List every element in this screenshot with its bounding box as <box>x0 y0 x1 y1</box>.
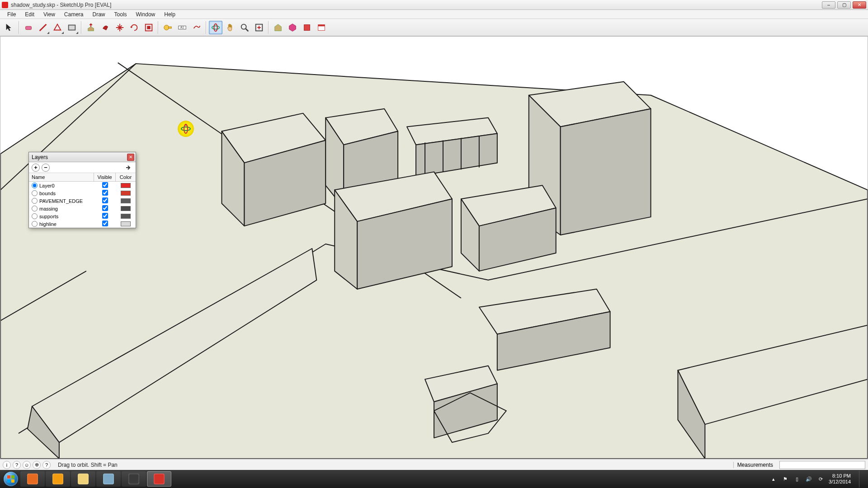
menu-file[interactable]: File <box>3 10 20 19</box>
menu-draw[interactable]: Draw <box>88 10 110 19</box>
dimension-tool[interactable]: A1 <box>175 21 189 34</box>
layer-active-radio[interactable] <box>32 198 38 204</box>
status-icon-user[interactable]: ☺ <box>23 461 31 469</box>
layer-visible-checkbox[interactable] <box>102 182 108 188</box>
svg-rect-45 <box>11 475 14 479</box>
layer-active-radio[interactable] <box>32 183 38 188</box>
add-layer-button[interactable]: + <box>32 164 40 172</box>
minimize-button[interactable]: – <box>822 1 835 9</box>
remove-layer-button[interactable]: − <box>42 164 50 172</box>
layer-visible-checkbox[interactable] <box>102 197 108 203</box>
tray-chevron-icon[interactable]: ▴ <box>770 475 777 483</box>
start-button[interactable] <box>2 470 20 488</box>
layers-panel-menu-button[interactable] <box>125 164 133 172</box>
pushpull-tool[interactable] <box>84 21 98 34</box>
layer-color-swatch[interactable] <box>121 183 131 188</box>
menu-edit[interactable]: Edit <box>20 10 39 19</box>
warehouse-tool[interactable] <box>271 21 285 34</box>
svg-rect-5 <box>169 27 171 28</box>
tray-flag-icon[interactable]: ⚑ <box>782 475 789 483</box>
taskbar-item-firefox[interactable] <box>20 471 45 487</box>
layer-visible-checkbox[interactable] <box>102 221 108 226</box>
rectangle-tool[interactable] <box>65 21 79 34</box>
status-icon-about[interactable]: ? <box>42 461 51 469</box>
layers-panel[interactable]: Layers ✕ + − Name Visible Color Layer0bo… <box>28 152 136 228</box>
taskbar-item-app[interactable] <box>122 471 146 487</box>
svg-rect-44 <box>7 475 10 479</box>
layer-row[interactable]: PAVEMENT_EDGE <box>29 197 136 205</box>
layer-active-radio[interactable] <box>32 221 38 227</box>
viewport[interactable]: Layers ✕ + − Name Visible Color Layer0bo… <box>0 36 868 459</box>
eraser-tool[interactable] <box>22 21 35 34</box>
layer-name: massing <box>39 206 58 211</box>
line-tool[interactable] <box>36 21 50 34</box>
taskbar-item-file[interactable] <box>96 471 121 487</box>
svg-rect-0 <box>26 26 32 29</box>
maximize-button[interactable]: ▢ <box>837 1 851 9</box>
taskbar-item-illustrator[interactable] <box>46 471 70 487</box>
layer-active-radio[interactable] <box>32 190 38 196</box>
close-button[interactable]: ✕ <box>853 1 866 9</box>
text-tool[interactable] <box>190 21 203 34</box>
component-tool[interactable] <box>286 21 299 34</box>
shape-tool[interactable] <box>51 21 64 34</box>
tray-sync-icon[interactable]: ⟳ <box>817 475 824 483</box>
scale-tool[interactable] <box>142 21 156 34</box>
svg-marker-29 <box>561 109 651 235</box>
rotate-tool[interactable] <box>127 21 141 34</box>
layer-color-swatch[interactable] <box>121 221 131 226</box>
show-desktop-button[interactable] <box>859 470 863 488</box>
layer-active-radio[interactable] <box>32 206 38 211</box>
clock-time: 8:10 PM <box>829 473 851 479</box>
orbit-tool[interactable] <box>209 21 222 34</box>
taskbar-clock[interactable]: 8:10 PM 3/12/2014 <box>829 473 851 485</box>
zoom-extents-tool[interactable] <box>252 21 266 34</box>
layers-panel-close-button[interactable]: ✕ <box>127 154 134 161</box>
paint-tool[interactable] <box>99 21 112 34</box>
status-icon-help[interactable]: ? <box>13 461 21 469</box>
status-icon-info[interactable]: i <box>3 461 11 469</box>
title-bar: shadow_study.skp - SketchUp Pro [EVAL] –… <box>0 0 868 10</box>
layer-row[interactable]: highline <box>29 220 136 228</box>
extension-tool[interactable] <box>300 21 314 34</box>
pan-tool[interactable] <box>223 21 237 34</box>
column-name[interactable]: Name <box>29 173 94 181</box>
menu-tools[interactable]: Tools <box>110 10 132 19</box>
measurements-input[interactable] <box>779 461 865 469</box>
layer-color-swatch[interactable] <box>121 198 131 203</box>
tray-network-icon[interactable]: ▯ <box>793 475 801 483</box>
select-tool[interactable] <box>3 21 16 34</box>
taskbar: ▴ ⚑ ▯ 🔊 ⟳ 8:10 PM 3/12/2014 <box>0 470 868 488</box>
layer-active-radio[interactable] <box>32 213 38 219</box>
menu-help[interactable]: Help <box>160 10 180 19</box>
status-icon-geo[interactable]: ⊕ <box>33 461 41 469</box>
menu-camera[interactable]: Camera <box>60 10 88 19</box>
layers-panel-title-bar[interactable]: Layers ✕ <box>29 152 136 162</box>
column-visible[interactable]: Visible <box>94 173 116 181</box>
layer-color-swatch[interactable] <box>121 206 131 211</box>
layer-row[interactable]: bounds <box>29 189 136 197</box>
taskbar-item-sketchup[interactable] <box>147 471 171 487</box>
menu-view[interactable]: View <box>39 10 60 19</box>
layer-visible-checkbox[interactable] <box>102 205 108 211</box>
layout-tool[interactable] <box>315 21 328 34</box>
layer-row[interactable]: Layer0 <box>29 182 136 189</box>
tape-tool[interactable] <box>161 21 175 34</box>
layers-list: Layer0boundsPAVEMENT_EDGEmassingsupports… <box>29 182 136 228</box>
svg-rect-14 <box>318 24 325 26</box>
svg-rect-46 <box>7 479 10 483</box>
tray-volume-icon[interactable]: 🔊 <box>805 475 812 483</box>
menu-window[interactable]: Window <box>132 10 160 19</box>
layer-color-swatch[interactable] <box>121 214 131 219</box>
layer-visible-checkbox[interactable] <box>102 190 108 196</box>
layer-row[interactable]: massing <box>29 205 136 212</box>
layer-name: highline <box>39 221 57 227</box>
zoom-tool[interactable] <box>238 21 251 34</box>
column-color[interactable]: Color <box>116 173 136 181</box>
layer-color-swatch[interactable] <box>121 191 131 196</box>
layer-visible-checkbox[interactable] <box>102 213 108 219</box>
layer-row[interactable]: supports <box>29 212 136 220</box>
svg-text:A1: A1 <box>180 25 184 28</box>
move-tool[interactable] <box>113 21 127 34</box>
taskbar-item-explorer[interactable] <box>71 471 95 487</box>
